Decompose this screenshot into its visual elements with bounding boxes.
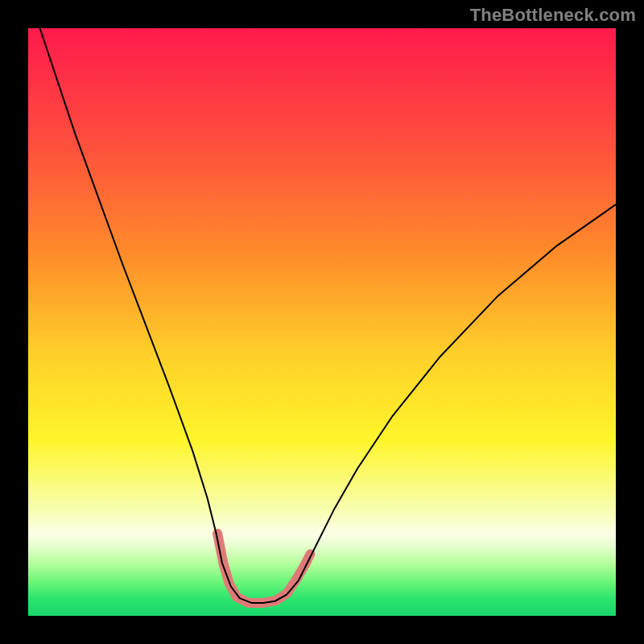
plot-area bbox=[28, 28, 616, 616]
dip-marker-path bbox=[217, 534, 310, 603]
frame: TheBottleneck.com bbox=[0, 0, 644, 644]
watermark-text: TheBottleneck.com bbox=[470, 5, 636, 26]
bottleneck-curve-path bbox=[40, 28, 616, 603]
curve-layer bbox=[28, 28, 616, 616]
